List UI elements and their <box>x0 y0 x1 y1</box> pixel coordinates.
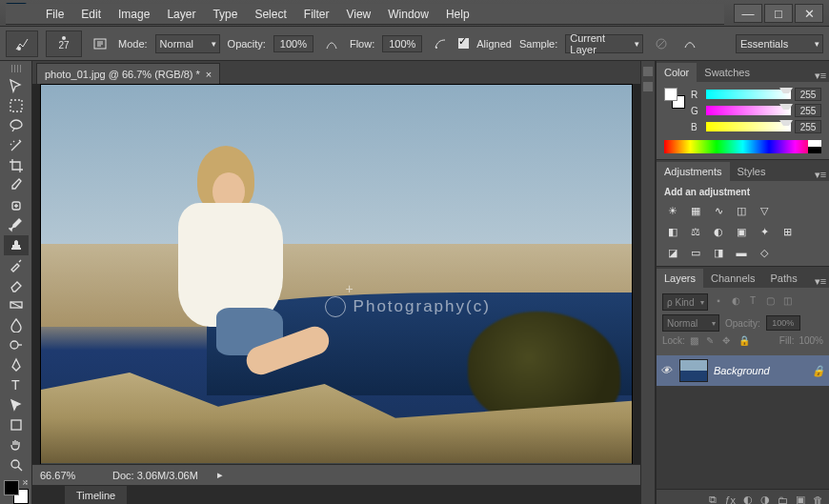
ignore-adjustment-icon[interactable] <box>651 33 672 54</box>
layer-opacity-value[interactable]: 100% <box>766 315 800 331</box>
tab-color[interactable]: Color <box>657 63 697 82</box>
menu-view[interactable]: View <box>338 6 378 23</box>
color-fg-bg-mini[interactable] <box>664 88 685 109</box>
gradient-map-icon[interactable]: ▬ <box>733 245 750 260</box>
dock-icon[interactable] <box>643 82 653 91</box>
layer-thumbnail[interactable] <box>679 359 708 382</box>
airbrush-icon[interactable] <box>430 33 451 54</box>
new-group-icon[interactable]: 🗀 <box>778 494 788 505</box>
new-layer-icon[interactable]: ▣ <box>796 494 805 504</box>
sample-select[interactable]: Current Layer <box>565 34 643 53</box>
link-layers-icon[interactable]: ⧉ <box>709 494 717 504</box>
panel-menu-icon[interactable]: ▾≡ <box>812 169 829 181</box>
color-spectrum[interactable] <box>664 140 821 153</box>
dodge-tool[interactable] <box>4 335 29 355</box>
status-arrow-icon[interactable]: ▸ <box>217 469 223 481</box>
tab-swatches[interactable]: Swatches <box>697 63 758 82</box>
foreground-color-swatch[interactable] <box>4 480 19 495</box>
menu-filter[interactable]: Filter <box>296 6 337 23</box>
b-slider[interactable] <box>706 122 791 131</box>
magic-wand-tool[interactable] <box>4 135 29 155</box>
vibrance-icon[interactable]: ▽ <box>756 203 773 218</box>
menu-image[interactable]: Image <box>111 6 157 23</box>
opacity-field[interactable]: 100% <box>273 35 313 52</box>
selective-color-icon[interactable]: ◇ <box>756 245 773 260</box>
brush-panel-toggle-icon[interactable] <box>90 33 111 54</box>
shape-tool[interactable] <box>4 414 29 434</box>
eyedropper-tool[interactable] <box>4 175 29 195</box>
clone-stamp-tool[interactable] <box>4 235 29 255</box>
invert-icon[interactable]: ◪ <box>664 245 681 260</box>
timeline-panel-tab[interactable]: Timeline <box>65 485 127 504</box>
layer-blend-mode[interactable]: Normal <box>662 314 719 332</box>
dock-icon[interactable] <box>643 67 653 76</box>
window-close-button[interactable]: ✕ <box>795 4 823 23</box>
pressure-opacity-icon[interactable] <box>321 33 342 54</box>
menu-select[interactable]: Select <box>247 6 293 23</box>
hue-sat-icon[interactable]: ◧ <box>664 224 681 239</box>
toolbox-handle[interactable] <box>3 65 30 74</box>
delete-layer-icon[interactable]: 🗑 <box>813 494 823 505</box>
window-minimize-button[interactable]: — <box>734 4 762 23</box>
aligned-checkbox[interactable] <box>458 38 469 49</box>
menu-layer[interactable]: Layer <box>159 6 203 23</box>
threshold-icon[interactable]: ◨ <box>710 245 727 260</box>
hand-tool[interactable] <box>4 434 29 454</box>
menu-window[interactable]: Window <box>380 6 436 23</box>
eraser-tool[interactable] <box>4 275 29 295</box>
swap-colors-icon[interactable]: ⤭ <box>22 478 29 487</box>
curves-icon[interactable]: ∿ <box>710 203 727 218</box>
tab-styles[interactable]: Styles <box>730 162 774 181</box>
workspace-switcher[interactable]: Essentials <box>736 34 823 53</box>
layer-filter-kind[interactable]: ρ Kind <box>662 293 708 311</box>
lock-position-icon[interactable]: ✥ <box>722 335 734 346</box>
color-lookup-icon[interactable]: ⊞ <box>778 224 796 239</box>
filter-pixel-icon[interactable]: ▪ <box>712 295 725 309</box>
blend-mode-select[interactable]: Normal <box>155 34 220 53</box>
exposure-icon[interactable]: ◫ <box>733 203 750 218</box>
posterize-icon[interactable]: ▭ <box>687 245 704 260</box>
zoom-tool[interactable] <box>4 454 29 474</box>
tab-channels[interactable]: Channels <box>703 269 762 288</box>
close-tab-icon[interactable]: × <box>206 69 212 80</box>
layer-name[interactable]: Background <box>714 365 770 376</box>
color-balance-icon[interactable]: ⚖ <box>687 224 704 239</box>
pen-tool[interactable] <box>4 355 29 375</box>
channel-mixer-icon[interactable]: ✦ <box>756 224 773 239</box>
bw-icon[interactable]: ◐ <box>710 224 727 239</box>
new-fill-adjust-icon[interactable]: ◑ <box>760 494 770 504</box>
healing-brush-tool[interactable] <box>4 195 29 215</box>
pressure-size-icon[interactable] <box>679 33 700 54</box>
flow-field[interactable]: 100% <box>382 35 422 52</box>
filter-type-icon[interactable]: T <box>746 295 759 309</box>
layer-fill-value[interactable]: 100% <box>799 335 823 346</box>
brightness-contrast-icon[interactable]: ☀ <box>664 203 681 218</box>
r-value[interactable]: 255 <box>795 88 821 101</box>
layer-row[interactable]: 👁 Background 🔒 <box>657 355 829 386</box>
menu-file[interactable]: File <box>38 6 71 23</box>
crop-tool[interactable] <box>4 155 29 175</box>
layer-mask-icon[interactable]: ◐ <box>743 494 753 504</box>
collapsed-panel-dock[interactable] <box>640 61 656 504</box>
g-value[interactable]: 255 <box>795 104 821 117</box>
document-tab[interactable]: photo_01.jpg @ 66.7% (RGB/8) * × <box>36 63 220 84</box>
tool-preset-picker[interactable] <box>6 30 38 57</box>
path-selection-tool[interactable] <box>4 395 29 415</box>
panel-menu-icon[interactable]: ▾≡ <box>812 275 829 288</box>
menu-help[interactable]: Help <box>438 6 477 23</box>
foreground-background-colors[interactable]: ⤭ <box>4 480 29 504</box>
zoom-level[interactable]: 66.67% <box>40 470 93 481</box>
lasso-tool[interactable] <box>4 115 29 135</box>
filter-smart-icon[interactable]: ◫ <box>780 295 794 309</box>
g-slider[interactable] <box>706 106 791 115</box>
blur-tool[interactable] <box>4 315 29 335</box>
move-tool[interactable] <box>4 76 29 96</box>
canvas-area[interactable]: +Photography(c) <box>32 84 640 464</box>
filter-adjust-icon[interactable]: ◐ <box>729 295 742 309</box>
b-value[interactable]: 255 <box>795 120 821 133</box>
brush-preset-picker[interactable]: 27 <box>46 30 82 57</box>
panel-menu-icon[interactable]: ▾≡ <box>812 70 829 82</box>
window-maximize-button[interactable]: □ <box>764 4 793 23</box>
filter-shape-icon[interactable]: ▢ <box>763 295 777 309</box>
history-brush-tool[interactable] <box>4 255 29 275</box>
